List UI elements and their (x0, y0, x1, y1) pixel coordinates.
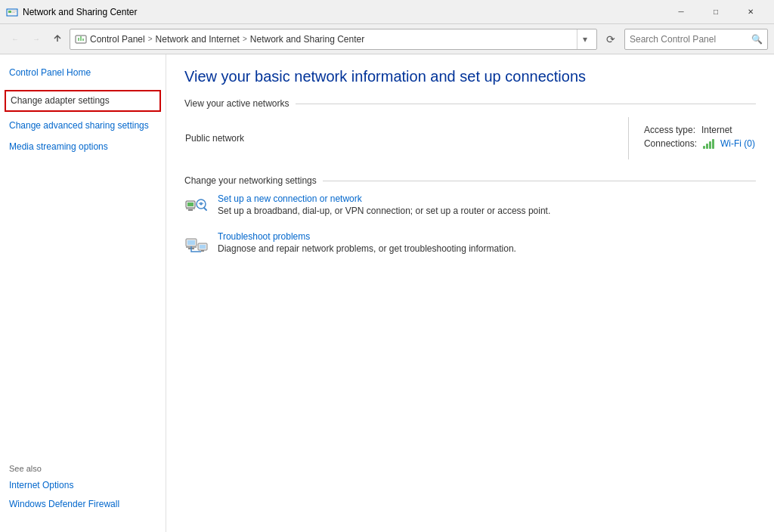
network-info-left: Public network (185, 117, 613, 159)
setup-connection-icon (184, 195, 209, 219)
window-controls: ─ □ ✕ (664, 0, 768, 24)
breadcrumb: Control Panel > Network and Internet > N… (90, 34, 577, 45)
address-dropdown-button[interactable]: ▾ (577, 29, 592, 49)
search-box[interactable]: 🔍 (624, 29, 768, 50)
networking-settings: Change your networking settings (184, 175, 756, 257)
main-container: Control Panel Home Change adapter settin… (0, 54, 774, 532)
search-input[interactable] (630, 34, 751, 45)
network-divider (628, 117, 629, 159)
svg-rect-2 (12, 11, 17, 11)
minimize-button[interactable]: ─ (664, 0, 698, 24)
network-info-right: Access type: Internet Connections: Wi-Fi… (644, 117, 755, 159)
window-icon (6, 6, 18, 18)
breadcrumb-network-internet[interactable]: Network and Internet (156, 34, 240, 45)
see-also-label: See also (9, 464, 156, 473)
page-title: View your basic network information and … (184, 66, 756, 86)
sidebar-change-adapter[interactable]: Change adapter settings (5, 90, 161, 112)
setup-connection-content: Set up a new connection or network Set u… (218, 193, 756, 216)
navbar: ← → Control Panel > Network and Internet… (0, 24, 774, 54)
maximize-button[interactable]: □ (698, 0, 733, 24)
search-icon[interactable]: 🔍 (751, 34, 763, 45)
wifi-connection-link[interactable]: Wi-Fi (0) (720, 138, 755, 149)
networking-settings-header: Change your networking settings (184, 175, 756, 186)
sidebar-nav: Control Panel Home Change adapter settin… (0, 63, 166, 156)
svg-rect-8 (188, 209, 193, 211)
sidebar-control-panel-home[interactable]: Control Panel Home (9, 63, 156, 82)
wifi-bars-icon (703, 138, 714, 149)
address-bar[interactable]: Control Panel > Network and Internet > N… (70, 29, 597, 50)
breadcrumb-control-panel[interactable]: Control Panel (90, 34, 145, 45)
svg-rect-3 (12, 12, 15, 13)
breadcrumb-sep-1: > (148, 35, 153, 43)
network-name: Public network (185, 133, 244, 144)
sidebar-windows-firewall[interactable]: Windows Defender Firewall (9, 495, 156, 514)
troubleshoot-link[interactable]: Troubleshoot problems (218, 231, 756, 242)
access-type-label: Access type: (644, 125, 695, 135)
window-title: Network and Sharing Center (23, 7, 664, 17)
sidebar-internet-options[interactable]: Internet Options (9, 476, 156, 495)
address-icon (75, 33, 87, 45)
refresh-button[interactable]: ⟳ (600, 29, 621, 50)
svg-rect-7 (186, 208, 195, 209)
sidebar-bottom: See also Internet Options Windows Defend… (0, 455, 166, 523)
svg-point-10 (200, 203, 203, 206)
svg-rect-16 (200, 245, 206, 249)
troubleshoot-item: Troubleshoot problems Diagnose and repai… (184, 231, 756, 257)
svg-rect-6 (187, 203, 194, 206)
sidebar-advanced-sharing[interactable]: Change advanced sharing settings (9, 116, 156, 135)
connections-label: Connections: (644, 138, 697, 149)
setup-connection-link[interactable]: Set up a new connection or network (218, 193, 756, 204)
setup-connection-desc: Set up a broadband, dial-up, or VPN conn… (218, 206, 550, 216)
sidebar-media-streaming[interactable]: Media streaming options (9, 138, 156, 156)
content-area: View your basic network information and … (166, 54, 774, 532)
access-type-value: Internet (701, 125, 732, 135)
active-networks-panel: Public network Access type: Internet Con… (184, 116, 756, 160)
sidebar: Control Panel Home Change adapter settin… (0, 54, 166, 532)
active-networks-header: View your active networks (184, 98, 756, 109)
svg-rect-12 (187, 240, 195, 245)
forward-button[interactable]: → (27, 30, 45, 48)
setup-connection-item: Set up a new connection or network Set u… (184, 193, 756, 219)
troubleshoot-icon (184, 233, 209, 257)
back-button[interactable]: ← (6, 30, 24, 48)
titlebar: Network and Sharing Center ─ □ ✕ (0, 0, 774, 24)
access-type-row: Access type: Internet (644, 125, 755, 135)
connections-row: Connections: Wi-Fi (0) (644, 138, 755, 149)
breadcrumb-sep-2: > (243, 35, 247, 43)
troubleshoot-desc: Diagnose and repair network problems, or… (218, 243, 516, 254)
close-button[interactable]: ✕ (733, 0, 768, 24)
breadcrumb-current: Network and Sharing Center (250, 34, 364, 45)
troubleshoot-content: Troubleshoot problems Diagnose and repai… (218, 231, 756, 254)
up-button[interactable] (48, 30, 67, 48)
svg-rect-1 (8, 11, 11, 13)
svg-rect-17 (201, 250, 204, 252)
